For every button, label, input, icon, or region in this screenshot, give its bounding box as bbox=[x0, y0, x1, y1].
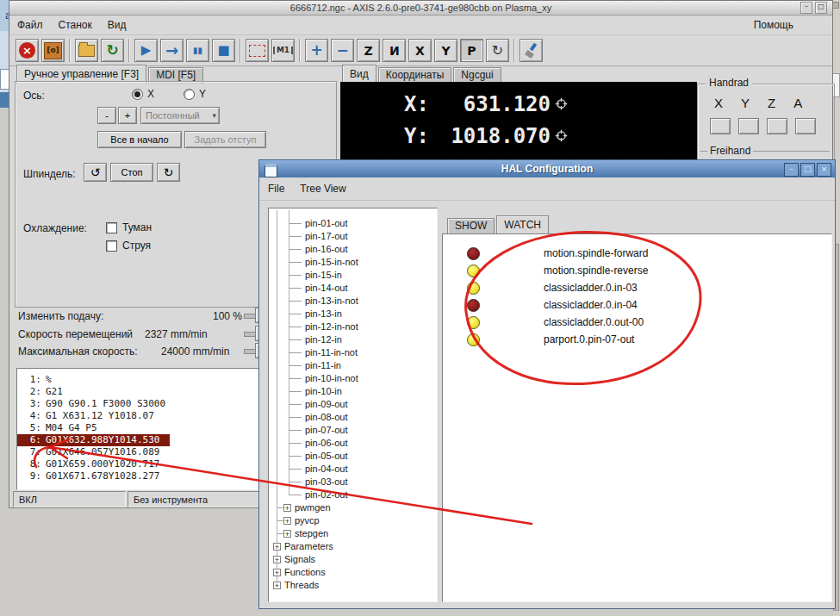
tab-watch[interactable]: WATCH bbox=[496, 215, 549, 234]
handrad-axis-button[interactable] bbox=[795, 118, 816, 134]
tree-root-item[interactable]: +Parameters bbox=[269, 540, 437, 553]
tree-pin-item[interactable]: pin-03-out bbox=[269, 476, 437, 488]
gcode-line[interactable]: 1:% bbox=[17, 374, 258, 386]
open-file-button[interactable] bbox=[75, 39, 98, 62]
menu-file[interactable]: Файл bbox=[9, 19, 51, 31]
tree-pin-item[interactable]: pin-10-in bbox=[269, 385, 437, 398]
watch-row[interactable]: classicladder.0.in-03 bbox=[443, 279, 831, 296]
axis-radio[interactable]: X bbox=[132, 88, 154, 100]
view-z-back-button[interactable]: N bbox=[383, 39, 406, 62]
tree-pin-item[interactable]: pin-05-out bbox=[269, 450, 437, 463]
tree-pin-item[interactable]: pin-10-in-not bbox=[269, 372, 437, 385]
run-button[interactable]: ▶ bbox=[134, 39, 158, 62]
expand-icon[interactable]: + bbox=[273, 543, 281, 551]
reload-file-button[interactable]: ↻ bbox=[101, 39, 124, 62]
watch-row[interactable]: classicladder.0.out-00 bbox=[443, 314, 831, 331]
tree-pin-item[interactable]: pin-15-in bbox=[269, 269, 437, 282]
tree-pin-item[interactable]: pin-15-in-not bbox=[269, 256, 437, 269]
close-button[interactable]: × bbox=[817, 163, 831, 177]
view-z-button[interactable]: Z bbox=[357, 39, 380, 62]
stop-button[interactable]: ■ bbox=[212, 39, 235, 62]
handrad-axis-button[interactable] bbox=[738, 118, 759, 134]
maximize-button[interactable]: □ bbox=[815, 2, 827, 14]
handrad-axis-button[interactable] bbox=[710, 118, 731, 134]
menu-help[interactable]: Помощь bbox=[746, 19, 801, 31]
tree-root-item[interactable]: +Threads bbox=[269, 579, 437, 592]
pause-button[interactable]: ▮▮ bbox=[186, 39, 209, 62]
hal-titlebar[interactable]: HAL Configuration –□× bbox=[259, 160, 835, 177]
minimize-button[interactable]: – bbox=[784, 163, 799, 177]
zoom-out-button[interactable]: − bbox=[331, 39, 354, 62]
tree-pin-item[interactable]: pin-08-out bbox=[269, 411, 437, 424]
view-x-button[interactable]: X bbox=[408, 39, 432, 62]
tab-preview[interactable]: Вид bbox=[342, 65, 376, 84]
clear-plot-button[interactable] bbox=[520, 39, 543, 62]
gcode-line[interactable]: 2:G21 bbox=[17, 386, 258, 398]
tree-node-item[interactable]: +pwmgen bbox=[269, 501, 437, 514]
tree-node-item[interactable]: +stepgen bbox=[269, 527, 437, 540]
zoom-in-button[interactable]: + bbox=[305, 39, 328, 62]
expand-icon[interactable]: + bbox=[273, 556, 281, 563]
tree-pin-item[interactable]: pin-02-out bbox=[269, 488, 437, 501]
expand-icon[interactable]: + bbox=[273, 569, 281, 576]
tree-pin-item[interactable]: pin-17-out bbox=[269, 230, 437, 243]
abort-button[interactable]: × bbox=[16, 39, 39, 62]
watch-row[interactable]: motion.spindle-reverse bbox=[443, 262, 831, 279]
spindle-stop-button[interactable]: Стоп bbox=[110, 163, 153, 182]
handrad-axis-button[interactable] bbox=[767, 118, 787, 134]
maximize-button[interactable]: □ bbox=[800, 163, 815, 177]
tree-pin-item[interactable]: pin-13-in bbox=[269, 308, 437, 320]
jog-minus-button[interactable]: - bbox=[97, 107, 116, 124]
skip-lines-button[interactable] bbox=[246, 39, 269, 62]
rotate-view-button[interactable]: ↻ bbox=[486, 39, 509, 62]
tree-root-item[interactable]: +Functions bbox=[269, 566, 437, 579]
tree-pin-item[interactable]: pin-12-in bbox=[269, 333, 437, 346]
gcode-line[interactable]: 8:G01X659.000Y1020.717 bbox=[17, 458, 258, 470]
tree-node-item[interactable]: +pyvcp bbox=[269, 514, 437, 527]
step-button[interactable]: → bbox=[160, 39, 184, 62]
tree-pin-item[interactable]: pin-11-in bbox=[269, 359, 437, 372]
jog-plus-button[interactable]: + bbox=[118, 107, 137, 124]
menu-file[interactable]: File bbox=[268, 183, 284, 195]
jog-mode-dropdown[interactable]: Постоянный ▾ bbox=[140, 107, 220, 124]
machine-power-button[interactable]: [o] bbox=[41, 39, 65, 62]
menu-machine[interactable]: Станок bbox=[51, 19, 100, 31]
expand-icon[interactable]: + bbox=[273, 582, 281, 589]
expand-icon[interactable]: + bbox=[283, 504, 291, 512]
tree-pin-item[interactable]: pin-06-out bbox=[269, 437, 437, 450]
expand-icon[interactable]: + bbox=[283, 517, 291, 525]
spindle-ccw-button[interactable]: ↺ bbox=[84, 163, 107, 182]
tree-pin-item[interactable]: pin-04-out bbox=[269, 463, 437, 476]
tree-pin-item[interactable]: pin-16-out bbox=[269, 243, 437, 256]
gcode-line[interactable]: 5:M04 G4 P5 bbox=[17, 422, 258, 434]
watch-row[interactable]: classicladder.0.in-04 bbox=[443, 296, 831, 314]
gcode-line[interactable]: 9:G01X671.678Y1028.277 bbox=[17, 470, 258, 482]
gcode-line[interactable]: 3:G90 G90.1 F3000 S3000 bbox=[17, 398, 258, 410]
tree-pin-item[interactable]: pin-14-out bbox=[269, 282, 437, 295]
tree-pin-item[interactable]: pin-01-out bbox=[269, 217, 437, 230]
menu-view[interactable]: Вид bbox=[100, 19, 134, 31]
tree-pin-item[interactable]: pin-07-out bbox=[269, 424, 437, 437]
flood-checkbox[interactable]: Струя bbox=[106, 240, 151, 252]
tab-show[interactable]: SHOW bbox=[447, 218, 495, 234]
touch-off-button[interactable]: Задать отступ bbox=[184, 131, 266, 148]
home-all-button[interactable]: Все в начало bbox=[97, 131, 182, 148]
expand-icon[interactable]: + bbox=[283, 530, 291, 538]
tree-pin-item[interactable]: pin-13-in-not bbox=[269, 295, 437, 308]
view-p-button[interactable]: P bbox=[460, 39, 483, 62]
watch-row[interactable]: motion.spindle-forward bbox=[443, 245, 831, 262]
view-y-button[interactable]: Y bbox=[434, 39, 457, 62]
tree-pin-item[interactable]: pin-11-in-not bbox=[269, 346, 437, 359]
spindle-cw-button[interactable]: ↻ bbox=[157, 163, 180, 182]
watch-row[interactable]: parport.0.pin-07-out bbox=[443, 331, 831, 348]
gcode-line[interactable]: 4:G1 X631.12 Y1018.07 bbox=[17, 410, 258, 422]
minimize-button[interactable]: – bbox=[800, 2, 812, 14]
axis-radio[interactable]: Y bbox=[184, 88, 206, 100]
optional-pause-button[interactable]: M1 bbox=[271, 39, 295, 62]
axis-titlebar[interactable]: 6666712.ngc - AXIS 2.6.0-pre0-3741-ge980… bbox=[9, 1, 832, 16]
mist-checkbox[interactable]: Туман bbox=[106, 221, 152, 233]
tree-root-item[interactable]: +Signals bbox=[269, 553, 437, 566]
gcode-line[interactable]: 7:G01X646.057Y1016.089 bbox=[17, 446, 258, 458]
menu-tree-view[interactable]: Tree View bbox=[300, 183, 345, 195]
tree-pin-item[interactable]: pin-09-out bbox=[269, 398, 437, 411]
